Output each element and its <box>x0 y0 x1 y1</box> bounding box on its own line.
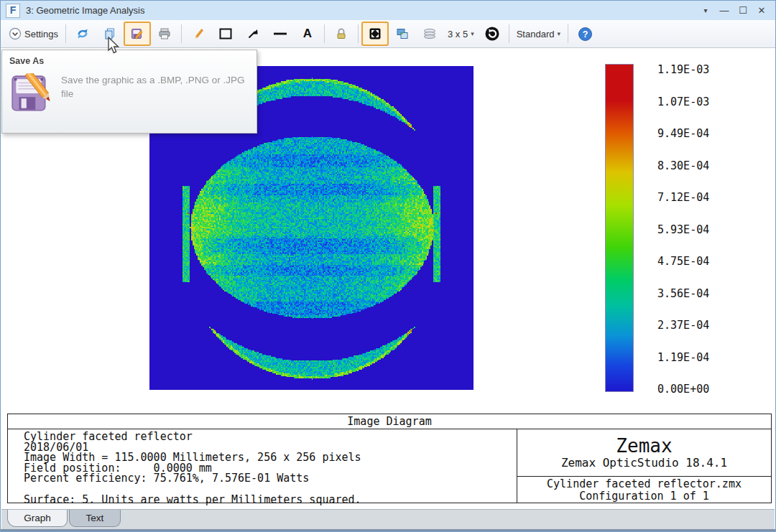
analysis-summary: Cylinder faceted reflector 2018/06/01 Im… <box>8 429 517 503</box>
info-panel: Image Diagram Cylinder faceted reflector… <box>7 414 772 503</box>
brand-subtitle: Zemax OpticStudio 18.4.1 <box>561 456 727 470</box>
rectangle-icon <box>218 27 234 41</box>
reset-button[interactable] <box>479 22 506 46</box>
rectangle-tool-button[interactable] <box>212 22 239 46</box>
colorbar-tick: 1.19E-03 <box>657 63 709 76</box>
toolbar-separator <box>181 24 182 43</box>
toolbar-separator <box>324 24 325 43</box>
colorbar-tick: 4.75E-04 <box>657 255 709 268</box>
settings-chevron-icon <box>9 27 22 40</box>
summary-line: Surface: 5. Units are watts per Millimet… <box>24 495 517 505</box>
window-menu-caret-icon[interactable]: ▾ <box>698 4 713 18</box>
help-icon: ? <box>578 27 593 42</box>
brand-title: Zemax <box>616 436 672 456</box>
save-as-tooltip: Save As <box>1 50 257 134</box>
layers-button[interactable] <box>416 22 443 46</box>
title-bar: F 3: Geometric Image Analysis ▾ — ☐ ✕ <box>1 1 775 21</box>
copy-window-icon <box>395 27 410 41</box>
colorbar <box>605 64 634 392</box>
minimize-icon[interactable]: — <box>716 4 732 18</box>
colorbar-tick: 9.49E-04 <box>657 127 709 140</box>
line-tool-button[interactable] <box>267 22 294 46</box>
colorbar-tick: 5.93E-04 <box>657 223 709 236</box>
grid-size-dropdown[interactable]: 3 x 5 ▾ <box>443 22 479 46</box>
colorbar-tick: 1.19E-04 <box>657 351 709 364</box>
window-bottom-edge <box>1 529 775 531</box>
help-button[interactable]: ? <box>571 22 599 46</box>
grid-size-label: 3 x 5 <box>448 29 468 39</box>
print-button[interactable] <box>151 22 178 46</box>
toolbar-separator <box>509 24 509 43</box>
lock-button[interactable] <box>328 22 355 46</box>
tab-graph[interactable]: Graph <box>7 510 68 527</box>
colorbar-tick: 7.12E-04 <box>657 191 709 204</box>
tooltip-title: Save As <box>9 56 257 66</box>
preset-dropdown[interactable]: Standard ▾ <box>512 22 565 46</box>
file-block: Cylinder faceted reflector.zmx Configura… <box>517 477 771 503</box>
graph-panel: 1.19E-03 1.07E-03 9.49E-04 8.30E-04 7.12… <box>1 48 775 510</box>
lock-icon <box>334 27 348 41</box>
arrow-icon <box>246 27 260 41</box>
colorbar-tick: 1.07E-03 <box>657 95 709 108</box>
toolbar-separator <box>65 24 66 43</box>
tooltip-description: Save the graphic as a .BMP, .PNG or .JPG… <box>61 73 249 115</box>
text-tool-icon: A <box>303 27 312 41</box>
maximize-icon[interactable]: ☐ <box>735 4 751 18</box>
mouse-cursor-icon <box>106 37 121 55</box>
file-name: Cylinder faceted reflector.zmx <box>547 478 742 490</box>
arrow-tool-button[interactable] <box>239 22 267 46</box>
svg-text:?: ? <box>582 29 588 39</box>
summary-line: Cylinder faceted reflector <box>24 431 517 442</box>
save-icon <box>130 27 144 41</box>
print-icon <box>157 27 172 41</box>
reset-icon <box>484 26 500 42</box>
pencil-icon <box>191 27 205 41</box>
colorbar-tick: 0.00E+00 <box>657 383 709 396</box>
colorbar-tick: 8.30E-04 <box>657 159 709 172</box>
toolbar-separator <box>358 24 359 43</box>
line-icon <box>272 27 289 41</box>
brand-block: Zemax Zemax OpticStudio 18.4.1 <box>517 429 771 477</box>
chevron-down-icon: ▾ <box>471 30 474 37</box>
analysis-window: F 3: Geometric Image Analysis ▾ — ☐ ✕ Se… <box>0 0 776 532</box>
colorbar-tick: 3.56E-04 <box>657 287 709 300</box>
layers-icon <box>422 27 438 41</box>
window-controls: ▾ — ☐ ✕ <box>698 4 770 18</box>
fit-window-button[interactable] <box>361 22 389 46</box>
chevron-down-icon: ▾ <box>557 30 560 37</box>
colorbar-tick: 2.37E-04 <box>657 319 709 332</box>
refresh-button[interactable] <box>69 22 96 46</box>
colorbar-labels: 1.19E-03 1.07E-03 9.49E-04 8.30E-04 7.12… <box>657 63 709 396</box>
app-icon: F <box>6 4 20 18</box>
text-tool-button[interactable]: A <box>294 22 321 46</box>
settings-button[interactable]: Settings <box>4 22 63 46</box>
save-button[interactable] <box>124 22 151 46</box>
toolbar-separator <box>568 24 568 43</box>
preset-label: Standard <box>517 29 555 39</box>
configuration-label: Configuration 1 of 1 <box>579 490 709 503</box>
summary-line: Percent efficiency: 75.761%, 7.576E-01 W… <box>24 473 517 484</box>
info-panel-title: Image Diagram <box>8 414 771 429</box>
copy-window-button[interactable] <box>389 22 416 46</box>
settings-label: Settings <box>24 29 58 39</box>
refresh-icon <box>75 27 90 41</box>
fit-window-icon <box>368 27 382 41</box>
window-title: 3: Geometric Image Analysis <box>26 5 144 16</box>
tab-text[interactable]: Text <box>69 510 121 527</box>
close-icon[interactable]: ✕ <box>754 4 770 18</box>
pencil-tool-button[interactable] <box>185 22 212 46</box>
view-tab-bar: Graph Text <box>1 509 775 529</box>
floppy-disk-icon <box>9 73 51 115</box>
